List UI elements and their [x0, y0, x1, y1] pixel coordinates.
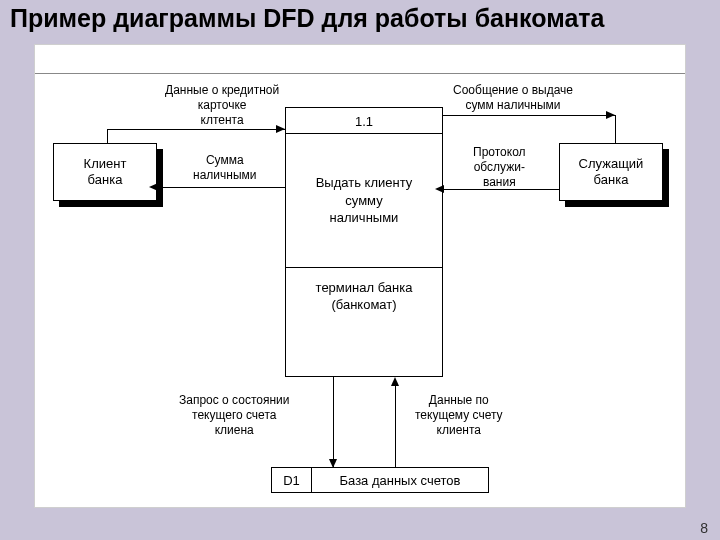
- datastore-name: База данных счетов: [312, 468, 488, 492]
- page-number: 8: [700, 520, 708, 536]
- flow-line: [157, 187, 285, 188]
- flow-line: [615, 115, 616, 143]
- flow-label-card-data: Данные о кредитнойкарточкеклтента: [165, 83, 279, 128]
- process-dispense-cash: 1.1 Выдать клиентусуммуналичными термина…: [285, 107, 443, 377]
- flow-line: [333, 377, 334, 467]
- flow-label-cash-amount: Сумманаличными: [193, 153, 256, 183]
- arrowhead-icon: [149, 183, 158, 191]
- page-title: Пример диаграммы DFD для работы банкомат…: [0, 0, 720, 39]
- arrowhead-icon: [606, 111, 615, 119]
- flow-label-protocol: Протоколобслужи-вания: [473, 145, 526, 190]
- flow-label-account-data: Данные потекущему счетуклиента: [415, 393, 503, 438]
- external-entity-client: Клиентбанка: [53, 143, 157, 201]
- entity-label: Служащийбанка: [579, 156, 644, 189]
- flow-line: [443, 189, 559, 190]
- process-name: Выдать клиентусуммуналичными: [286, 134, 442, 267]
- diagram-canvas: Клиентбанка Служащийбанка 1.1 Выдать кли…: [34, 44, 686, 508]
- datastore-id: D1: [272, 468, 312, 492]
- external-entity-employee: Служащийбанка: [559, 143, 663, 201]
- arrowhead-icon: [329, 459, 337, 468]
- flow-line: [107, 129, 285, 130]
- flow-line: [443, 115, 615, 116]
- process-id: 1.1: [286, 108, 442, 133]
- flow-label-dispense-msg: Сообщение о выдачесумм наличными: [453, 83, 573, 113]
- flow-line: [395, 385, 396, 467]
- arrowhead-icon: [276, 125, 285, 133]
- process-mechanism: терминал банка(банкомат): [286, 268, 442, 326]
- flow-line: [107, 129, 108, 143]
- datastore-accounts: D1 База данных счетов: [271, 467, 489, 493]
- divider: [35, 73, 685, 74]
- arrowhead-icon: [391, 377, 399, 386]
- entity-label: Клиентбанка: [84, 156, 127, 189]
- arrowhead-icon: [435, 185, 444, 193]
- flow-label-balance-request: Запрос о состояниитекущего счетаклиена: [179, 393, 289, 438]
